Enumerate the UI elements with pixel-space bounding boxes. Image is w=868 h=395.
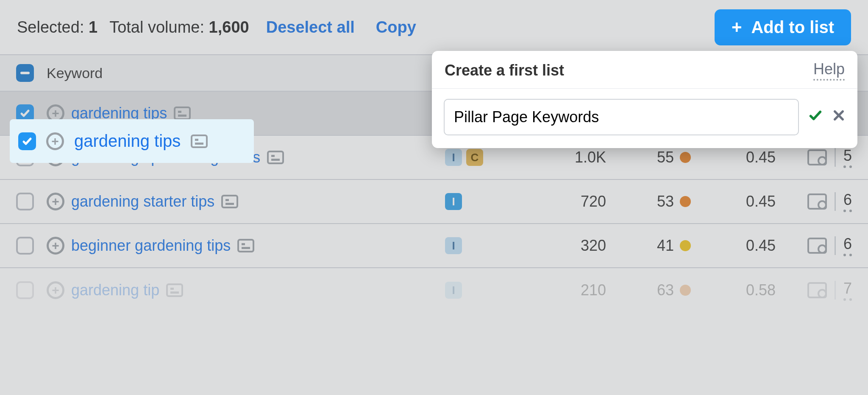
row-checkbox[interactable] (18, 132, 36, 150)
volume-cell: 320 (526, 237, 606, 255)
serp-snapshot-icon[interactable] (807, 193, 827, 210)
cpc-cell: 0.45 (691, 148, 776, 166)
serp-snapshot-icon[interactable] (807, 282, 827, 298)
help-link[interactable]: Help (813, 60, 845, 81)
add-to-list-label: Add to list (751, 18, 834, 37)
serp-features-count[interactable]: 6 (843, 191, 852, 212)
expand-icon[interactable]: + (47, 281, 64, 299)
header-keyword[interactable]: Keyword (47, 65, 103, 81)
create-list-popover: Create a first list Help (432, 51, 857, 148)
row-checkbox[interactable] (16, 237, 34, 255)
serp-snapshot-icon[interactable] (807, 238, 827, 254)
row-checkbox[interactable] (16, 281, 34, 299)
intent-badge-informational: I (445, 282, 462, 299)
intent-badge-informational: I (445, 237, 462, 254)
add-to-list-button[interactable]: + Add to list (715, 9, 851, 45)
intent-badge-informational: I (445, 193, 462, 210)
volume-cell: 720 (526, 193, 606, 210)
expand-icon[interactable]: + (47, 193, 64, 210)
serp-snapshot-icon[interactable] (807, 149, 827, 165)
kd-value: 41 (657, 237, 674, 255)
kd-dot-icon (680, 240, 691, 251)
serp-features-count[interactable]: 5 (843, 147, 852, 168)
serp-features-count[interactable]: 6 (843, 235, 852, 256)
serp-features-icon[interactable] (221, 195, 238, 208)
row-checkbox[interactable] (16, 193, 34, 210)
table-row: +gardening tipI210630.587 (0, 268, 868, 312)
cpc-cell: 0.45 (691, 237, 776, 255)
volume-cell: 210 (526, 281, 606, 299)
kd-value: 55 (657, 148, 674, 166)
expand-icon[interactable]: + (46, 132, 64, 150)
serp-features-icon[interactable] (166, 283, 183, 297)
deselect-all-button[interactable]: Deselect all (266, 18, 355, 36)
kd-value: 53 (657, 193, 674, 210)
cpc-cell: 0.58 (691, 281, 776, 299)
divider (835, 148, 836, 167)
total-volume-label: Total volume: (109, 18, 204, 36)
selected-keyword-card: + gardening tips (10, 119, 254, 163)
selection-toolbar: Selected: 1 Total volume: 1,600 Deselect… (0, 0, 868, 55)
table-row: +beginner gardening tipsI320410.456 (0, 224, 868, 268)
selected-label: Selected: (17, 18, 84, 36)
total-volume-value: 1,600 (209, 18, 249, 36)
serp-features-icon[interactable] (191, 134, 208, 148)
divider (835, 281, 836, 300)
kd-dot-icon (680, 196, 691, 207)
keyword-link[interactable]: gardening tips (74, 132, 181, 151)
serp-features-icon[interactable] (267, 151, 284, 164)
intent-badge-informational: I (445, 149, 462, 166)
serp-features-icon[interactable] (174, 106, 191, 120)
confirm-icon[interactable] (808, 108, 823, 126)
keyword-link[interactable]: beginner gardening tips (71, 237, 231, 255)
keyword-link[interactable]: gardening starter tips (71, 193, 214, 210)
serp-features-count[interactable]: 7 (843, 280, 852, 301)
select-all-checkbox[interactable] (16, 64, 34, 82)
kd-dot-icon (680, 152, 691, 163)
cpc-cell: 0.45 (691, 193, 776, 210)
copy-button[interactable]: Copy (376, 18, 416, 36)
selected-count: 1 (89, 18, 97, 36)
serp-features-icon[interactable] (237, 239, 254, 252)
intent-badge-commercial: C (466, 149, 483, 166)
volume-cell: 1.0K (526, 148, 606, 166)
popover-title: Create a first list (445, 62, 564, 79)
kd-dot-icon (680, 285, 691, 296)
keyword-link[interactable]: gardening tip (71, 281, 159, 299)
kd-value: 63 (657, 281, 674, 299)
expand-icon[interactable]: + (47, 237, 64, 255)
table-row: +gardening starter tipsI720530.456 (0, 180, 868, 224)
divider (835, 192, 836, 211)
cancel-icon[interactable] (832, 108, 846, 126)
divider (835, 236, 836, 255)
list-name-input[interactable] (444, 99, 799, 135)
